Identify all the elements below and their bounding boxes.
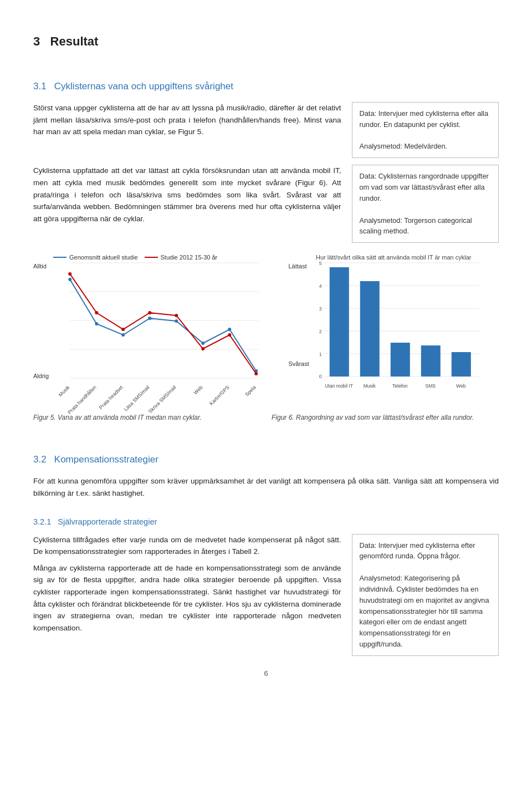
section31-info-box1: Data: Intervjuer med cyklisterna efter a… [352, 102, 499, 158]
xlabel-headset: Prata headset [98, 384, 124, 410]
charts-row: Genomsnitt aktuell studie Studie 2012 15… [33, 254, 499, 407]
section31-info-box2: Data: Cyklisternas rangordnade uppgifter… [352, 165, 499, 243]
section321-info-box: Data: Intervjuer med cyklisterna efter g… [352, 534, 499, 656]
section321-col-left: Cyklisterna tillfrågades efter varje run… [33, 534, 341, 656]
legend-red-line [145, 257, 158, 258]
figure6-caption-text: Figur 6. Rangordning av vad som var lätt… [272, 414, 474, 421]
bar-web [452, 352, 471, 376]
yaxis-5: 5 [319, 261, 322, 266]
yaxis-2: 2 [319, 329, 322, 334]
legend-red-label: Studie 2012 15-30 år [161, 254, 218, 261]
fig6-label-top: Lättast [288, 263, 306, 269]
figure6-container: Hur lätt/svårt olika sätt att använda mo… [288, 254, 499, 407]
svg-point-5 [68, 278, 71, 281]
svg-point-16 [148, 311, 151, 314]
xlabel-musik: Musik [58, 384, 71, 398]
section321-para2: Många av cyklisterna rapporterade att de… [33, 562, 341, 634]
xlabel-web2: Web [457, 383, 467, 389]
info-box-3-text: Data: Intervjuer med cyklisterna efter g… [359, 541, 489, 648]
section-3-num: 3 [33, 34, 40, 48]
section31-para1: Störst vana uppger cyklisterna att de ha… [33, 102, 341, 138]
section-3-label: Resultat [50, 34, 99, 48]
section31-row2: Cyklisterna uppfattade att det var lätta… [33, 165, 499, 243]
info-box-1-text: Data: Intervjuer med cyklisterna efter a… [359, 109, 488, 150]
yaxis-0: 0 [319, 374, 322, 379]
page-number: 6 [33, 669, 499, 678]
subsubsection-321-title: 3.2.1 Självrapporterade strategier [33, 517, 157, 526]
figure5-caption-text: Figur 5. Vana av att använda mobil IT me… [33, 414, 202, 421]
svg-point-15 [121, 328, 125, 331]
page-number-text: 6 [264, 669, 268, 678]
svg-point-6 [95, 322, 98, 325]
legend-blue-label: Genomsnitt aktuell studie [69, 254, 138, 261]
subsection-31-label: Cyklisternas vana och uppgiftens svårigh… [54, 81, 233, 91]
legend-red: Studie 2012 15-30 år [145, 254, 218, 261]
section31-para2: Cyklisterna uppfattade att det var lätta… [33, 165, 341, 225]
subsection-31-title: 3.1 Cyklisternas vana och uppgiftens svå… [33, 81, 233, 92]
section321-para1: Cyklisterna tillfrågades efter varje run… [33, 534, 341, 558]
xlabel-musik2: Musik [364, 383, 376, 389]
svg-point-14 [95, 311, 98, 314]
section32-para1: För att kunna genomföra uppgifter som kr… [33, 475, 499, 499]
subsection-32-label: Kompensationsstrategier [54, 454, 158, 465]
svg-point-19 [228, 333, 231, 337]
svg-point-11 [228, 328, 231, 331]
section31-row1: Störst vana uppger cyklisterna att de ha… [33, 102, 499, 158]
section31-col-left-2: Cyklisterna uppfattade att det var lätta… [33, 165, 341, 243]
figure6-caption: Figur 6. Rangordning av vad som var lätt… [272, 413, 499, 423]
xlabel-utan: Utan mobil IT [325, 383, 354, 389]
figure5-svg: Musik Prata handhållen Prata headset Läs… [53, 263, 275, 379]
xlabel-web: Web [193, 385, 204, 396]
fig6-title: Hur lätt/svårt olika sätt att använda mo… [288, 254, 499, 261]
svg-point-7 [121, 333, 125, 337]
section-3-heading: 3 Resultat [33, 34, 499, 54]
figure5-container: Genomsnitt aktuell studie Studie 2012 15… [33, 254, 275, 407]
svg-point-9 [175, 319, 178, 323]
figure6-svg: 5 4 3 2 1 0 Utan mobil IT Musik [305, 263, 499, 379]
bar-telefon [391, 343, 410, 376]
subsection-32-heading: 3.2 Kompensationsstrategier [33, 439, 499, 471]
section-3-title: 3 Resultat [33, 34, 98, 49]
subsection-31-heading: 3.1 Cyklisternas vana och uppgiftens svå… [33, 65, 499, 98]
svg-point-20 [254, 372, 258, 375]
fig6-label-bottom: Svårast [288, 360, 309, 367]
xlabel-spela: Spela [244, 385, 257, 398]
figure-captions: Figur 5. Vana av att använda mobil IT me… [33, 410, 499, 428]
xlabel-sms2: SMS [426, 383, 436, 389]
svg-point-10 [201, 342, 204, 345]
bar-sms [421, 345, 441, 376]
yaxis-3: 3 [319, 306, 322, 312]
subsection-32-title: 3.2 Kompensationsstrategier [33, 454, 158, 465]
yaxis-1: 1 [319, 352, 322, 357]
yaxis-4: 4 [319, 283, 322, 289]
bar-utan [330, 267, 349, 376]
subsection-32-num: 3.2 [33, 454, 47, 465]
info-box-3: Data: Intervjuer med cyklisterna efter g… [352, 534, 499, 656]
xlabel-telefon2: Telefon [393, 383, 408, 389]
subsubsection-321-heading: 3.2.1 Självrapporterade strategier [33, 507, 499, 531]
legend-blue: Genomsnitt aktuell studie [53, 254, 138, 261]
section31-col-left-1: Störst vana uppger cyklisterna att de ha… [33, 102, 341, 158]
xlabel-lasasms: Läsa SMS/mail [123, 385, 151, 413]
figure6-caption-container: Figur 6. Rangordning av vad som var lätt… [272, 410, 499, 428]
bar-musik [360, 281, 380, 376]
legend-blue-line [53, 257, 66, 258]
figure5-caption-container: Figur 5. Vana av att använda mobil IT me… [33, 410, 260, 428]
figure5-caption: Figur 5. Vana av att använda mobil IT me… [33, 413, 260, 423]
subsubsection-321-label: Självrapporterade strategier [58, 517, 157, 526]
svg-point-8 [148, 317, 151, 320]
xlabel-kartor: Kartor/GPS [208, 385, 231, 407]
subsection-31-num: 3.1 [33, 81, 47, 91]
info-box-1: Data: Intervjuer med cyklisterna efter a… [352, 102, 499, 158]
subsubsection-321-num: 3.2.1 [33, 517, 51, 526]
svg-point-17 [175, 314, 178, 317]
section321-row: Cyklisterna tillfrågades efter varje run… [33, 534, 499, 656]
svg-point-13 [68, 272, 71, 276]
info-box-2: Data: Cyklisternas rangordnade uppgifter… [352, 165, 499, 243]
fig5-label-top: Alltid [33, 263, 47, 269]
svg-point-18 [201, 347, 204, 350]
fig5-label-bottom: Aldrig [33, 373, 49, 379]
info-box-2-text: Data: Cyklisternas rangordnade uppgifter… [359, 172, 488, 235]
